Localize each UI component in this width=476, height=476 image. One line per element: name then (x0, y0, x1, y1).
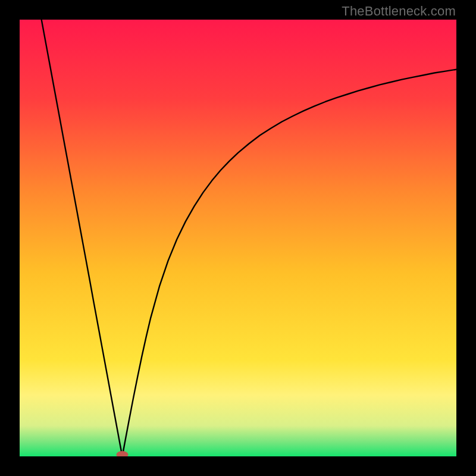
plot-area (20, 20, 456, 456)
gradient-background (20, 20, 456, 456)
watermark-text: TheBottleneck.com (342, 4, 456, 19)
chart-frame: TheBottleneck.com (0, 0, 476, 476)
chart-svg (20, 20, 456, 456)
